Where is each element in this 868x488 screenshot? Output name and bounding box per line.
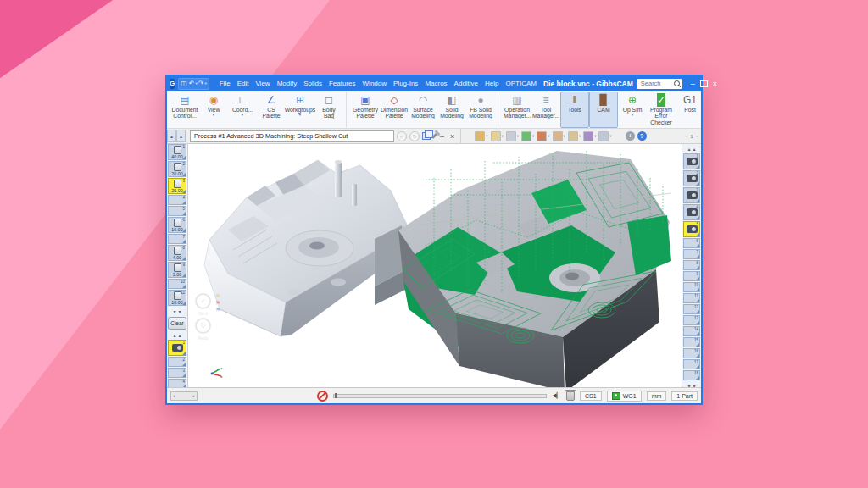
units-cell[interactable]: mm xyxy=(647,391,667,401)
gibbscam-app-icon[interactable]: G xyxy=(170,79,175,89)
op-slot-8[interactable]: 8 xyxy=(683,260,700,270)
op-slot-10[interactable]: 10 xyxy=(683,282,700,292)
facet-display-button[interactable]: ▾ xyxy=(568,131,581,141)
cs-palette-button[interactable]: ∠ CS Palette xyxy=(257,92,286,128)
operation-manager-button[interactable]: ▥ Operation Manager... xyxy=(503,92,531,128)
document-control-button[interactable]: ▤ Document Control... xyxy=(170,92,199,128)
op-slot-2[interactable]: 2 xyxy=(683,170,700,186)
tool-palette-scroll-down[interactable]: ▾▾ xyxy=(167,307,187,316)
window-display-button[interactable]: ▾ xyxy=(598,131,611,141)
tool-slot-8[interactable]: 8 4.00 xyxy=(168,245,186,261)
sphere-display-button[interactable]: ▾ xyxy=(506,131,519,141)
process-slot-4[interactable]: 4 xyxy=(168,379,186,387)
horizontal-scroll-grip[interactable]: ◂▸ xyxy=(170,391,198,401)
process-palette-scroll-up[interactable]: ▴▴ xyxy=(167,330,187,340)
operations-scroll-up[interactable]: ▴▴ xyxy=(682,144,701,153)
workgroups-button[interactable]: ⊞ Workgroups ▾ xyxy=(286,92,314,128)
op-slot-12[interactable]: 12 xyxy=(683,304,700,314)
clear-button[interactable]: Clear xyxy=(168,317,186,330)
palette-display-button[interactable]: ▾ xyxy=(553,131,565,141)
menu-opticam[interactable]: OPTICAM xyxy=(503,78,540,89)
tool-slot-6[interactable]: 6 10.00 xyxy=(168,217,186,233)
tool-slot-2[interactable]: 2 20.00 xyxy=(168,161,186,177)
restore-button[interactable] xyxy=(700,80,708,87)
op-slot-6[interactable]: 6 xyxy=(683,238,700,248)
coordinate-system-cell[interactable]: CS1 xyxy=(580,391,602,401)
shading-display-button[interactable]: ▾ xyxy=(583,131,596,141)
process-slot-2[interactable]: 2 xyxy=(168,357,186,367)
process-slot-1[interactable]: 1 xyxy=(168,340,186,356)
menu-additive[interactable]: Additive xyxy=(451,78,481,89)
tool-slot-9[interactable]: 9 3.00 xyxy=(168,262,186,278)
op-slot-14[interactable]: 14 xyxy=(683,326,700,336)
op-slot-15[interactable]: 15 xyxy=(683,337,700,347)
minimize-button[interactable]: – xyxy=(691,80,695,88)
undo-button[interactable]: ↶▾ xyxy=(189,80,198,88)
menu-file[interactable]: File xyxy=(216,78,234,89)
coord-button[interactable]: ∟ Coord... ▾ xyxy=(228,92,257,128)
tool-manager-button[interactable]: ≡ Tool Manager... xyxy=(531,92,560,128)
menu-help[interactable]: Help xyxy=(481,78,502,89)
op-palette-pager[interactable]: · 1 · xyxy=(686,134,698,139)
tool-slot-10[interactable]: 10 xyxy=(168,279,186,289)
op-slot-13[interactable]: 13 xyxy=(683,315,700,325)
solid-modeling-button[interactable]: ◧ Solid Modeling xyxy=(437,92,466,128)
viewport[interactable]: ✓ Do It ↻ Redo ⚑⚑⚑ xyxy=(188,144,682,387)
op-slot-3[interactable]: 3 xyxy=(683,187,700,203)
duplicate-process-icon[interactable] xyxy=(422,132,431,140)
process-close-button[interactable]: × xyxy=(448,132,456,141)
op-slot-1[interactable]: 1 xyxy=(683,153,700,169)
menu-view[interactable]: View xyxy=(252,78,273,89)
body-bag-button[interactable]: ◻ Body Bag xyxy=(314,92,347,128)
dimension-palette-button[interactable]: ◇ Dimension Palette xyxy=(380,92,409,128)
post-button[interactable]: G1 Post xyxy=(676,92,701,128)
menu-edit[interactable]: Edit xyxy=(234,78,253,89)
skip-to-start-button[interactable]: ◀▏ xyxy=(552,392,561,399)
fb-solid-modeling-button[interactable]: ● FB Solid Modeling xyxy=(466,92,498,128)
surface-modeling-button[interactable]: ◠ Surface Modeling xyxy=(409,92,437,128)
op-slot-18[interactable]: 18 xyxy=(683,370,700,380)
program-error-checker-button[interactable]: ✓ Program Error Checker xyxy=(647,92,676,128)
workspace-display-button[interactable]: ▾ xyxy=(475,131,487,141)
cam-palette-button[interactable]: ▉ CAM xyxy=(589,92,618,128)
menu-macros[interactable]: Macros xyxy=(421,78,450,89)
tool-slot-3[interactable]: 3 25.00 xyxy=(168,178,186,194)
op-slot-4[interactable]: 4 xyxy=(683,204,700,220)
tool-slot-4[interactable]: 4 xyxy=(168,195,186,205)
tool-palette-scroll-up-2[interactable]: ▴ xyxy=(176,130,186,142)
operations-scroll-down[interactable]: ▾▾ xyxy=(682,381,701,387)
tool-slot-5[interactable]: 5 xyxy=(168,206,186,216)
stop-icon[interactable] xyxy=(317,391,328,402)
op-slot-17[interactable]: 17 xyxy=(683,359,700,369)
redo-button[interactable]: ↷▾ xyxy=(198,80,207,88)
toolpath-display-button[interactable]: ▾ xyxy=(521,131,534,141)
menu-features[interactable]: Features xyxy=(326,78,359,89)
stock-display-button[interactable]: ▾ xyxy=(537,131,549,141)
help-button[interactable]: ? xyxy=(637,131,647,141)
tool-slot-11[interactable]: 11 10.00 xyxy=(168,290,186,306)
process-slot-3[interactable]: 3 xyxy=(168,368,186,378)
op-slot-7[interactable]: 7 xyxy=(683,249,700,259)
menu-modify[interactable]: Modify xyxy=(274,78,301,89)
op-sim-button[interactable]: ⊕ Op Sim ▾ xyxy=(618,92,647,128)
menu-plugins[interactable]: Plug-Ins xyxy=(390,78,421,89)
do-it-button[interactable]: ✓ xyxy=(397,131,407,141)
search-box[interactable] xyxy=(637,79,682,89)
menu-solids[interactable]: Solids xyxy=(300,78,326,89)
slider-handle[interactable] xyxy=(335,393,337,398)
search-input[interactable] xyxy=(639,79,671,88)
zoom-fit-button[interactable]: + xyxy=(626,131,635,141)
close-button[interactable]: × xyxy=(713,80,717,88)
menu-window[interactable]: Window xyxy=(359,78,390,89)
op-slot-5[interactable]: 5 xyxy=(683,221,700,237)
save-button[interactable]: ◫ xyxy=(181,80,188,88)
simulation-progress-slider[interactable] xyxy=(333,394,547,398)
part-count-cell[interactable]: 1 Part xyxy=(671,391,698,401)
tool-slot-7[interactable]: 7 xyxy=(168,234,186,244)
folder-display-button[interactable]: ▾ xyxy=(491,131,504,141)
tool-slot-1[interactable]: 1 40.00 xyxy=(168,144,186,160)
workgroup-cell[interactable]: WG1 xyxy=(607,391,642,402)
op-slot-11[interactable]: 11 xyxy=(683,293,700,303)
tools-palette-button[interactable]: ‖ Tools xyxy=(560,92,589,128)
geometry-palette-button[interactable]: ▣ Geometry Palette xyxy=(351,92,380,128)
